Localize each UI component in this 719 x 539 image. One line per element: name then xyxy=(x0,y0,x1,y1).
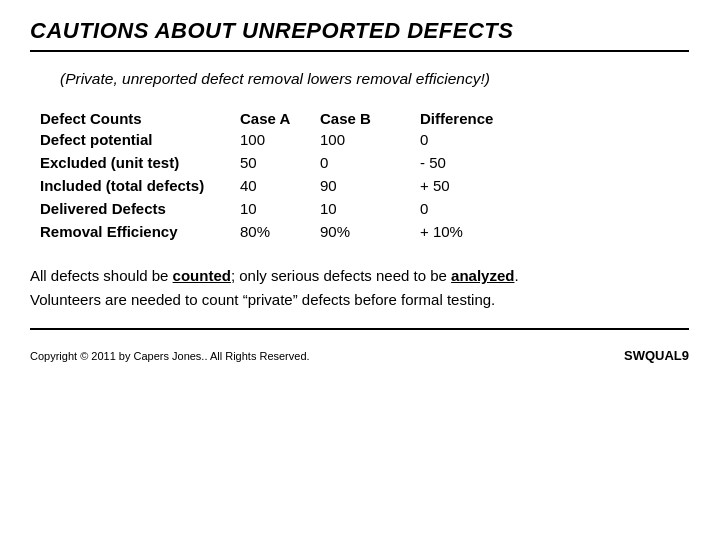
row-case-a: 10 xyxy=(240,200,320,217)
bottom-divider xyxy=(30,328,689,330)
footer-line2: Volunteers are needed to count “private”… xyxy=(30,291,495,308)
top-divider xyxy=(30,50,689,52)
row-case-b: 0 xyxy=(320,154,420,171)
row-case-b: 90% xyxy=(320,223,420,240)
page: CAUTIONS ABOUT UNREPORTED DEFECTS (Priva… xyxy=(0,0,719,539)
table-row: Defect potential 100 100 0 xyxy=(40,131,689,148)
footer-line1-analyzed: analyzed xyxy=(451,267,514,284)
row-diff: + 50 xyxy=(420,177,500,194)
header-label: Defect Counts xyxy=(40,110,240,127)
row-label: Delivered Defects xyxy=(40,200,240,217)
subtitle: (Private, unreported defect removal lowe… xyxy=(60,70,689,88)
table-row: Excluded (unit test) 50 0 - 50 xyxy=(40,154,689,171)
table-header: Defect Counts Case A Case B Difference xyxy=(40,110,689,127)
header-case-a: Case A xyxy=(240,110,320,127)
row-label: Removal Efficiency xyxy=(40,223,240,240)
row-case-a: 40 xyxy=(240,177,320,194)
row-case-a: 80% xyxy=(240,223,320,240)
table-row: Removal Efficiency 80% 90% + 10% xyxy=(40,223,689,240)
row-label: Defect potential xyxy=(40,131,240,148)
header-diff: Difference xyxy=(420,110,500,127)
slide-id: SWQUAL9 xyxy=(624,348,689,363)
row-case-a: 100 xyxy=(240,131,320,148)
row-case-b: 100 xyxy=(320,131,420,148)
footer-line1-prefix: All defects should be xyxy=(30,267,173,284)
row-diff: 0 xyxy=(420,200,500,217)
row-diff: + 10% xyxy=(420,223,500,240)
footer-line1-counted: counted xyxy=(173,267,231,284)
page-title: CAUTIONS ABOUT UNREPORTED DEFECTS xyxy=(30,18,689,44)
row-diff: 0 xyxy=(420,131,500,148)
copyright-text: Copyright © 2011 by Capers Jones.. All R… xyxy=(30,350,310,362)
row-case-b: 90 xyxy=(320,177,420,194)
header-case-b: Case B xyxy=(320,110,420,127)
row-case-b: 10 xyxy=(320,200,420,217)
row-diff: - 50 xyxy=(420,154,500,171)
defect-table: Defect Counts Case A Case B Difference D… xyxy=(40,110,689,246)
footer-line1-suffix: . xyxy=(514,267,518,284)
row-label: Included (total defects) xyxy=(40,177,240,194)
row-case-a: 50 xyxy=(240,154,320,171)
table-row: Included (total defects) 40 90 + 50 xyxy=(40,177,689,194)
footer-text: All defects should be counted; only seri… xyxy=(30,264,689,312)
table-row: Delivered Defects 10 10 0 xyxy=(40,200,689,217)
footer-copyright-area: Copyright © 2011 by Capers Jones.. All R… xyxy=(30,348,689,363)
footer-line1-middle: ; only serious defects need to be xyxy=(231,267,451,284)
row-label: Excluded (unit test) xyxy=(40,154,240,171)
